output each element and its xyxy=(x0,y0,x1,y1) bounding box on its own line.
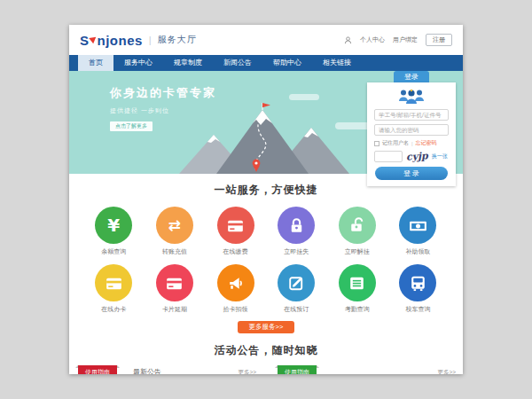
bank-card-icon xyxy=(224,215,246,237)
login-submit-button[interactable]: 登 录 xyxy=(375,167,448,180)
latest-announcements-tab[interactable]: 最新公告 xyxy=(133,365,161,374)
service-circle xyxy=(399,264,436,301)
lock-icon xyxy=(286,215,308,237)
service-circle xyxy=(278,207,315,244)
service-label: 校车查询 xyxy=(387,305,449,314)
service-label: 拾卡招领 xyxy=(205,305,266,314)
logo-separator: | xyxy=(149,35,152,45)
login-form: 记住用户名 | 忘记密码 cyjp 换一张 登 录 xyxy=(367,82,456,186)
service-circle xyxy=(217,207,254,244)
bank-card-icon xyxy=(163,272,185,294)
edit-icon xyxy=(286,272,308,294)
service-item-attendance-inquiry[interactable]: 考勤查询 xyxy=(327,264,388,314)
nav-item-service-center[interactable]: 服务中心 xyxy=(113,55,163,71)
person-icon xyxy=(344,36,352,44)
megaphone-icon xyxy=(224,272,246,294)
service-circle xyxy=(278,264,315,301)
services-grid: ¥余额查询⇄转账充值在线缴费立即挂失立即解挂补助领取在线办卡卡片延期拾卡招领在线… xyxy=(69,198,463,314)
guide-ribbon-tab[interactable]: 使用指南 xyxy=(278,365,317,374)
service-item-online-booking[interactable]: 在线预订 xyxy=(266,264,327,314)
announcements-tabs: 使用指南 最新公告 更多>> 使用指南 更多>> xyxy=(69,365,463,374)
forgot-password-link[interactable]: 忘记密码 xyxy=(416,139,437,147)
main-nav: 首页服务中心规章制度新闻公告帮助中心相关链接 xyxy=(69,55,463,71)
service-label: 在线办卡 xyxy=(83,305,145,314)
hero-text: 你身边的卡管专家 提供捷径 一步到位 点击了解更多 xyxy=(110,85,216,131)
logo-part1: S xyxy=(80,33,90,48)
nav-item-related-links[interactable]: 相关链接 xyxy=(312,55,362,71)
user-menu: 个人中心 用户绑定 注册 xyxy=(344,34,452,46)
logo: Snjones | 服务大厅 xyxy=(80,33,197,48)
service-item-subsidy-collection[interactable]: 补助领取 xyxy=(387,207,449,256)
service-label: 补助领取 xyxy=(387,247,449,256)
service-item-school-bus-inquiry[interactable]: 校车查询 xyxy=(387,264,449,314)
service-item-lost-card-claim[interactable]: 拾卡招领 xyxy=(205,264,266,314)
unlock-icon xyxy=(346,215,368,237)
remember-label: 记住用户名 xyxy=(382,139,409,147)
nav-item-rules-regulations[interactable]: 规章制度 xyxy=(163,55,213,71)
separator: | xyxy=(411,141,413,146)
more-link[interactable]: 更多>> xyxy=(437,369,456,374)
header: Snjones | 服务大厅 个人中心 用户绑定 注册 xyxy=(69,25,463,55)
nav-item-news-announcements[interactable]: 新闻公告 xyxy=(213,55,262,71)
service-label: 转账充值 xyxy=(145,247,206,256)
service-circle xyxy=(339,207,376,244)
nav-item-help-center[interactable]: 帮助中心 xyxy=(262,55,312,71)
bus-icon xyxy=(407,272,429,294)
remember-checkbox[interactable] xyxy=(374,141,379,146)
service-label: 立即解挂 xyxy=(327,247,388,256)
logo-text: Snjones xyxy=(80,33,143,48)
more-link[interactable]: 更多>> xyxy=(238,369,256,374)
service-label: 在线缴费 xyxy=(205,247,266,256)
service-item-online-card-application[interactable]: 在线办卡 xyxy=(83,264,145,314)
service-label: 立即挂失 xyxy=(266,247,327,256)
login-tab[interactable]: 登录 xyxy=(394,71,429,82)
service-item-card-extension[interactable]: 卡片延期 xyxy=(145,264,206,314)
banknote-icon xyxy=(407,215,429,237)
portal-page: Snjones | 服务大厅 个人中心 用户绑定 注册 首页服务中心规章制度新闻… xyxy=(69,25,463,374)
service-circle xyxy=(156,264,193,301)
logo-part2: njones xyxy=(98,33,143,48)
service-circle xyxy=(217,264,254,301)
service-label: 考勤查询 xyxy=(327,305,388,314)
hero-subline: 提供捷径 一步到位 xyxy=(110,106,216,115)
service-item-unfreeze-card[interactable]: 立即解挂 xyxy=(327,207,388,256)
captcha-row: cyjp 换一张 xyxy=(374,151,449,162)
service-circle: ¥ xyxy=(95,207,132,244)
announcements-right-column: 使用指南 更多>> xyxy=(274,365,458,374)
user-binding-link[interactable]: 用户绑定 xyxy=(393,35,418,44)
bank-card-icon xyxy=(103,272,125,294)
captcha-image[interactable]: cyjp xyxy=(406,150,429,163)
register-button[interactable]: 注册 xyxy=(426,34,452,46)
announcements-left-column: 使用指南 最新公告 更多>> xyxy=(74,365,258,374)
service-circle xyxy=(95,264,132,301)
service-label: 余额查询 xyxy=(83,247,145,256)
service-item-report-loss[interactable]: 立即挂失 xyxy=(266,207,327,256)
hero-cta-button[interactable]: 点击了解更多 xyxy=(110,121,153,131)
captcha-refresh-link[interactable]: 换一张 xyxy=(432,153,448,160)
checklist-icon xyxy=(346,272,368,294)
service-circle xyxy=(399,207,436,244)
password-input[interactable] xyxy=(374,124,449,136)
hero-banner: 你身边的卡管专家 提供捷径 一步到位 点击了解更多 登录 xyxy=(69,71,463,174)
personal-center-link[interactable]: 个人中心 xyxy=(360,35,385,44)
remember-row: 记住用户名 | 忘记密码 xyxy=(374,139,449,147)
nav-item-home[interactable]: 首页 xyxy=(78,55,113,71)
users-group-icon xyxy=(396,87,426,106)
more-services-button[interactable]: 更多服务>> xyxy=(238,321,294,333)
captcha-input[interactable] xyxy=(374,151,403,162)
service-item-transfer-recharge[interactable]: ⇄转账充值 xyxy=(145,207,206,256)
portal-name: 服务大厅 xyxy=(158,34,197,46)
hero-headline: 你身边的卡管专家 xyxy=(110,85,216,101)
transfer-arrows-icon: ⇄ xyxy=(168,216,181,234)
yen-icon: ¥ xyxy=(107,215,120,236)
service-label: 在线预订 xyxy=(266,305,327,314)
service-label: 卡片延期 xyxy=(145,305,206,314)
service-circle xyxy=(339,264,376,301)
service-item-online-payment[interactable]: 在线缴费 xyxy=(205,207,266,256)
service-item-balance-inquiry[interactable]: ¥余额查询 xyxy=(83,207,145,256)
cloud-decoration xyxy=(289,94,319,100)
announcements-heading: 活动公告，随时知晓 xyxy=(69,343,463,358)
username-input[interactable] xyxy=(374,109,449,121)
guide-ribbon-tab[interactable]: 使用指南 xyxy=(78,365,117,374)
service-circle: ⇄ xyxy=(156,207,193,244)
